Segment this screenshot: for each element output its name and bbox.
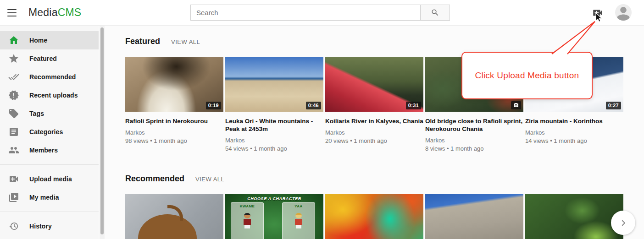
new-releases-icon bbox=[8, 90, 19, 101]
sidebar: Home Featured Recommended Recent uploads… bbox=[0, 26, 99, 239]
duration-badge: 0:27 bbox=[606, 102, 621, 109]
sidebar-item-members[interactable]: Members bbox=[0, 141, 99, 159]
video-card[interactable] bbox=[425, 194, 523, 239]
video-thumbnail[interactable]: 0:31 bbox=[325, 57, 423, 112]
upload-media-icon[interactable] bbox=[592, 7, 604, 19]
character-figure bbox=[294, 213, 303, 228]
sidebar-item-label: My media bbox=[29, 194, 59, 201]
video-card[interactable] bbox=[525, 194, 623, 239]
sidebar-item-tags[interactable]: Tags bbox=[0, 104, 99, 123]
sidebar-item-recent-uploads[interactable]: Recent uploads bbox=[0, 86, 99, 104]
pumpkin-stem bbox=[167, 205, 183, 221]
duration-badge: 0:19 bbox=[206, 102, 221, 109]
video-thumbnail[interactable]: CHOOSE A CHARACTER KWAME Selected YAA Se… bbox=[225, 194, 323, 239]
video-card[interactable]: CHOOSE A CHARACTER KWAME Selected YAA Se… bbox=[225, 194, 323, 239]
video-meta: 14 views • 1 month ago bbox=[525, 137, 623, 145]
sidebar-item-my-media[interactable]: My media bbox=[0, 188, 99, 206]
video-author[interactable]: Markos bbox=[525, 129, 623, 136]
sidebar-item-label: Tags bbox=[29, 110, 44, 117]
character-name: YAA bbox=[283, 204, 315, 208]
recommended-section-header: Recommended VIEW ALL bbox=[125, 174, 224, 184]
sidebar-item-featured[interactable]: Featured bbox=[0, 49, 99, 68]
video-thumbnail[interactable] bbox=[525, 194, 623, 239]
video-card[interactable]: 0:31 Koiliaris River in Kalyves, Chania … bbox=[325, 57, 423, 152]
members-icon bbox=[8, 145, 19, 156]
recommended-card-row: CHOOSE A CHARACTER KWAME Selected YAA Se… bbox=[125, 194, 623, 239]
sidebar-item-label: Upload media bbox=[29, 175, 72, 183]
carousel-next-button[interactable] bbox=[611, 211, 635, 235]
game-heading-text: CHOOSE A CHARACTER bbox=[225, 196, 323, 201]
video-thumbnail[interactable] bbox=[125, 194, 223, 239]
video-author[interactable]: Markos bbox=[225, 136, 323, 144]
user-avatar[interactable] bbox=[615, 4, 632, 21]
featured-view-all-link[interactable]: VIEW ALL bbox=[171, 38, 200, 45]
sidebar-item-upload-media[interactable]: Upload media bbox=[0, 170, 99, 188]
sidebar-scrollbar-thumb[interactable] bbox=[100, 27, 104, 234]
app-logo[interactable]: MediaCMS bbox=[28, 6, 81, 19]
history-icon bbox=[8, 221, 19, 232]
video-library-icon bbox=[8, 192, 19, 203]
tag-icon bbox=[8, 108, 19, 119]
video-card[interactable]: 0:46 Leuka Ori - White mountains - Peak … bbox=[225, 57, 323, 152]
video-title[interactable]: Ziria mountain - Korinthos bbox=[525, 117, 623, 125]
video-title[interactable]: Koiliaris River in Kalyves, Chania bbox=[325, 117, 423, 125]
video-thumbnail[interactable] bbox=[425, 194, 523, 239]
video-meta: 98 views • 1 month ago bbox=[125, 137, 223, 145]
sidebar-item-label: Home bbox=[29, 37, 47, 44]
search-button[interactable] bbox=[421, 5, 450, 21]
hamburger-menu-icon[interactable] bbox=[7, 8, 17, 17]
character-panel: KWAME Selected bbox=[231, 202, 264, 239]
categories-icon bbox=[8, 126, 19, 137]
sidebar-item-label: Featured bbox=[29, 55, 57, 62]
sidebar-item-history[interactable]: History bbox=[0, 217, 99, 235]
video-thumbnail[interactable]: 0:46 bbox=[225, 57, 323, 112]
video-title[interactable]: Rafioli Sprint in Nerokourou bbox=[125, 117, 223, 125]
video-thumbnail[interactable] bbox=[325, 194, 423, 239]
search-input[interactable] bbox=[190, 5, 421, 21]
search-icon bbox=[431, 8, 439, 17]
video-title[interactable]: Old bridge close to Rafioli sprint, Nero… bbox=[425, 117, 523, 133]
sidebar-item-home[interactable]: Home bbox=[0, 31, 99, 49]
sidebar-item-label: Recent uploads bbox=[29, 92, 78, 99]
annotation-text: Click Upload Media button bbox=[475, 71, 579, 81]
video-author[interactable]: Markos bbox=[325, 129, 423, 136]
video-call-icon bbox=[8, 174, 19, 185]
recommended-view-all-link[interactable]: VIEW ALL bbox=[195, 176, 224, 183]
image-type-badge bbox=[511, 101, 521, 109]
featured-section-header: Featured VIEW ALL bbox=[125, 37, 200, 46]
done-all-icon bbox=[8, 71, 19, 82]
duration-badge: 0:46 bbox=[306, 102, 321, 109]
logo-media-text: Media bbox=[28, 6, 58, 18]
section-title: Featured bbox=[125, 37, 160, 46]
top-bar: MediaCMS bbox=[0, 0, 644, 26]
video-card[interactable]: 0:19 Rafioli Sprint in Nerokourou Markos… bbox=[125, 57, 223, 152]
character-name: KWAME bbox=[231, 204, 263, 208]
annotation-callout: Click Upload Media button bbox=[461, 52, 593, 99]
sidebar-item-categories[interactable]: Categories bbox=[0, 123, 99, 141]
search-form bbox=[190, 5, 450, 21]
video-author[interactable]: Markos bbox=[425, 136, 523, 144]
duration-badge: 0:31 bbox=[406, 102, 421, 109]
video-meta: 8 views • 1 month ago bbox=[425, 145, 523, 152]
sidebar-item-recommended[interactable]: Recommended bbox=[0, 68, 99, 86]
section-title: Recommended bbox=[125, 174, 184, 184]
logo-cms-text: CMS bbox=[58, 6, 82, 18]
video-meta: 54 views • 1 month ago bbox=[225, 145, 323, 152]
sidebar-scrollbar-track[interactable] bbox=[100, 26, 105, 239]
video-title[interactable]: Leuka Ori - White mountains - Peak at 24… bbox=[225, 117, 323, 133]
sidebar-item-label: Members bbox=[29, 147, 58, 154]
sidebar-divider bbox=[0, 212, 99, 212]
video-card[interactable] bbox=[325, 194, 423, 239]
person-icon bbox=[615, 4, 632, 21]
video-card[interactable] bbox=[125, 194, 223, 239]
chevron-right-icon bbox=[619, 219, 627, 227]
character-figure bbox=[243, 213, 251, 228]
sidebar-divider bbox=[0, 164, 99, 165]
sidebar-item-label: Categories bbox=[29, 128, 63, 136]
camera-icon bbox=[513, 103, 519, 108]
home-icon bbox=[8, 35, 19, 46]
sidebar-item-label: History bbox=[29, 223, 52, 230]
video-thumbnail[interactable]: 0:19 bbox=[125, 57, 223, 112]
video-author[interactable]: Markos bbox=[125, 129, 223, 136]
sidebar-item-label: Recommended bbox=[29, 73, 76, 81]
